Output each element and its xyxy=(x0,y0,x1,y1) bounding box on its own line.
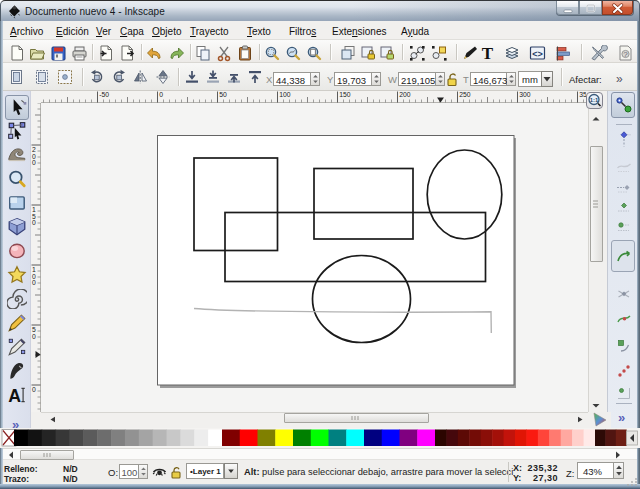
svg-text:<>: <> xyxy=(532,49,543,59)
svg-text:50: 50 xyxy=(219,91,227,98)
svg-text:0: 0 xyxy=(32,219,36,226)
svg-text:-50: -50 xyxy=(99,91,109,98)
svg-text:350: 350 xyxy=(579,91,586,98)
svg-text:0: 0 xyxy=(32,333,36,340)
svg-text:0: 0 xyxy=(32,159,36,166)
svg-text:?: ? xyxy=(623,50,628,59)
svg-text:T: T xyxy=(482,45,494,62)
svg-text:100: 100 xyxy=(279,91,291,98)
svg-text:0: 0 xyxy=(159,91,163,98)
svg-text:250: 250 xyxy=(459,91,471,98)
svg-text:1:1: 1:1 xyxy=(590,97,599,103)
svg-text:A: A xyxy=(8,386,21,405)
svg-text:0: 0 xyxy=(32,279,36,286)
svg-text:300: 300 xyxy=(519,91,531,98)
svg-text:200: 200 xyxy=(399,91,411,98)
svg-text:150: 150 xyxy=(339,91,351,98)
svg-text:0: 0 xyxy=(32,386,36,393)
